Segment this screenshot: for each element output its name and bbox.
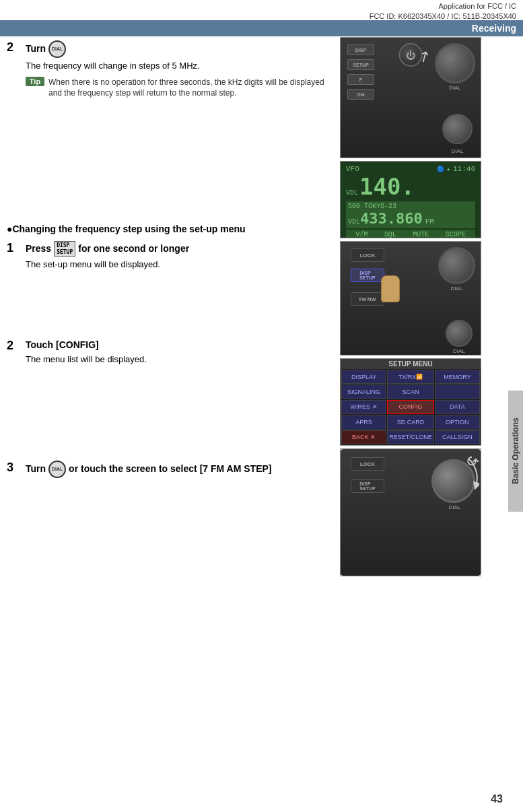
step3-bold: [7 FM AM STEP] <box>200 463 272 476</box>
setup-title: SETUP MENU <box>341 359 481 369</box>
btn-mute: MUTE <box>413 231 429 238</box>
step1-content: Press DISPSETUP for one second or longer… <box>26 241 330 271</box>
step2-content: Turn DIAL The frequency will change in s… <box>26 40 330 99</box>
cell-sdcard: SD CARD <box>387 415 434 429</box>
tip-box: Tip When there is no operation for three… <box>26 77 330 100</box>
freq1: 140. <box>359 173 415 200</box>
disp-icon: DISPSETUP <box>54 241 75 257</box>
side-tab: Basic Operations <box>508 391 523 512</box>
fm-label: FM <box>425 217 434 226</box>
cell-aprs: APRS <box>341 415 386 429</box>
cell-wires: WIRES ✕ <box>341 400 386 414</box>
cell-callsign: CALLSIGN <box>435 430 480 444</box>
cell-signaling: SIGNALING <box>341 384 386 399</box>
step2b-desc: The menu list will be displayed. <box>26 353 330 366</box>
step2b-content: Touch [CONFIG] The menu list will be dis… <box>26 339 330 366</box>
step2-title: Turn DIAL <box>26 40 330 58</box>
step3-title: Turn DIAL or touch the screen to select … <box>26 461 330 478</box>
cell-empty <box>435 384 480 399</box>
freq2: 433.860 <box>360 210 423 227</box>
radio-image-3: LOCK DISPSETUP ↺ DIAL <box>340 448 481 576</box>
cell-option: OPTION <box>435 415 480 429</box>
cell-data: DATA <box>435 400 480 414</box>
cell-reset: RESET/CLONE <box>387 430 434 444</box>
freq2-row: 500 TOKYO-23 <box>348 203 473 210</box>
section-heading: ●Changing the frequency step using the s… <box>7 224 330 234</box>
tip-text: When there is no operation for three sec… <box>48 77 330 100</box>
cell-display: DISPLAY <box>341 370 386 384</box>
radio-image-1: ⏻ DISP SETUP F GM DIAL DIAL ↗ <box>340 37 481 158</box>
step2-desc: The frequency will change in steps of 5 … <box>26 59 330 73</box>
section-heading-text: ●Changing the frequency step using the s… <box>7 224 246 234</box>
right-images: ⏻ DISP SETUP F GM DIAL DIAL ↗ <box>337 34 491 792</box>
setup-menu-image: SETUP MENU DISPLAY TX/RX 📶 MEMORY SIGNAL… <box>340 358 481 446</box>
step1-title: Press DISPSETUP for one second or longer <box>26 241 330 257</box>
dial-icon-step3: DIAL <box>48 461 66 478</box>
step1-row: 1 Press DISPSETUP for one second or long… <box>7 241 330 271</box>
vdl1: VDL <box>346 189 358 197</box>
dial-label-1: DIAL <box>433 85 477 91</box>
cell-config[interactable]: CONFIG <box>387 400 434 414</box>
cell-txrx: TX/RX 📶 <box>387 370 434 384</box>
dial-icon-top: DIAL <box>48 40 66 58</box>
step2b-number: 2 <box>7 339 20 353</box>
step3-content: Turn DIAL or touch the screen to select … <box>26 461 330 478</box>
step2-number: 2 <box>7 40 20 55</box>
cell-scan: SCAN <box>387 384 434 399</box>
left-content: 2 Turn DIAL The frequency will change in… <box>0 34 337 792</box>
step1-desc: The set-up menu will be displayed. <box>26 258 330 271</box>
screen-image: VFO 🔵 ★ 11:46 VDL 140. 500 TOKYO-23 VDL <box>340 161 481 238</box>
step2-row: 2 Turn DIAL The frequency will change in… <box>7 40 330 99</box>
step3-number: 3 <box>7 461 20 475</box>
page-number: 43 <box>491 793 503 805</box>
cell-memory: MEMORY <box>435 370 480 384</box>
step2b-title: Touch [CONFIG] <box>26 339 330 352</box>
time-label: 11:46 <box>453 165 475 173</box>
header-text: Application for FCC / IC FCC ID: K662034… <box>370 1 516 22</box>
radio-image-2: LOCK DISPSETUP FM MW DIAL DIAL <box>340 241 481 356</box>
step2b-row: 2 Touch [CONFIG] The menu list will be d… <box>7 339 330 366</box>
step2b-config: [CONFIG] <box>56 339 99 352</box>
btn-vm: V/M <box>355 231 368 238</box>
btn-sql: SQL <box>384 231 396 238</box>
vfo-label: VFO <box>346 165 359 173</box>
step3-row: 3 Turn DIAL or touch the screen to selec… <box>7 461 330 478</box>
dial-label-2: DIAL <box>440 148 475 154</box>
tip-label: Tip <box>26 77 44 86</box>
step1-number: 1 <box>7 241 20 256</box>
vdl2: VDL <box>348 218 360 226</box>
cell-back: BACK ✕ <box>341 430 386 444</box>
btn-scope: SCOPE <box>446 231 466 238</box>
